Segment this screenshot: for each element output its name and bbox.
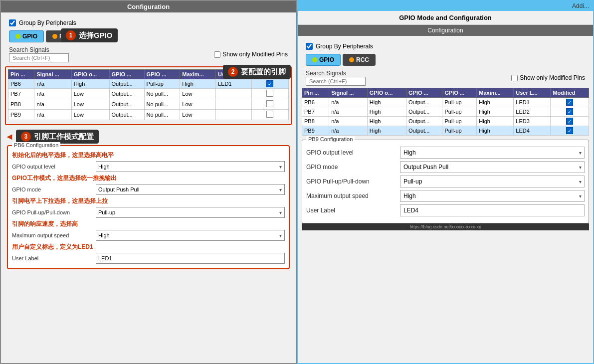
- modified-cell[interactable]: [251, 110, 288, 120]
- right-tab-gpio[interactable]: GPIO: [306, 54, 341, 66]
- table-cell: Pull-up: [442, 98, 477, 107]
- config-user-label-input[interactable]: [96, 253, 285, 264]
- right-table-body: PB6n/aHighOutput...Pull-upHighLED1✓PB7n/…: [302, 98, 589, 136]
- right-config-pull-select[interactable]: Pull-up No pull-up and no pull-down: [400, 176, 585, 187]
- table-cell: Low: [180, 89, 216, 99]
- config-level-select[interactable]: High Low: [96, 161, 285, 172]
- table-row[interactable]: PB7n/aHighOutput...Pull-upHighLED2✓: [302, 107, 589, 117]
- modified-cell[interactable]: [251, 89, 288, 99]
- modified-cell[interactable]: ✓: [551, 117, 589, 126]
- table-cell: LED3: [514, 117, 551, 126]
- config-pull-select-wrapper: Pull-up No pull-up and no pull-down: [96, 207, 285, 218]
- right-config-level-select[interactable]: High Low: [400, 147, 585, 159]
- table-cell: [216, 89, 252, 99]
- config-mode-select[interactable]: Output Push Pull: [96, 184, 285, 195]
- annotation-3: 3 引脚工作模式配置: [16, 130, 99, 144]
- annotation-1: 1 选择GPIO: [61, 28, 118, 42]
- config-speed-select[interactable]: High Low Medium: [96, 230, 285, 241]
- right-col-gpio-o: GPIO o...: [367, 88, 406, 98]
- table-cell: n/a: [329, 117, 368, 126]
- right-group-by-label: Group By Peripherals: [316, 43, 373, 50]
- annotation-speed: 引脚的响应速度，选择高: [12, 220, 285, 228]
- search-signals-label: Search Signals: [9, 46, 69, 53]
- config-row-pull: GPIO Pull-up/Pull-down Pull-up No pull-u…: [12, 207, 285, 218]
- table-cell: Output...: [109, 99, 144, 110]
- right-rcc-dot: [349, 57, 354, 62]
- group-by-checkbox[interactable]: [9, 19, 16, 26]
- modified-checkbox-unchecked: [266, 90, 273, 97]
- modified-cell[interactable]: ✓: [251, 79, 288, 89]
- config-row-user-label: User Label: [12, 253, 285, 264]
- search-input[interactable]: [9, 53, 69, 62]
- right-search-input[interactable]: [306, 77, 366, 86]
- table-cell: n/a: [34, 99, 71, 110]
- table-row[interactable]: PB7n/aLowOutput...No pull...Low: [8, 89, 289, 99]
- table-cell: Output...: [406, 107, 442, 117]
- table-row[interactable]: PB6n/aHighOutput...Pull-upHighLED1✓: [302, 98, 589, 107]
- config-row-mode: GPIO mode Output Push Pull: [12, 184, 285, 195]
- right-show-modified-row: Show only Modified Pins: [511, 74, 585, 81]
- right-pin-table: Pin ... Signal ... GPIO o... GPIO ... GP…: [302, 88, 589, 136]
- config-row-level: GPIO output level High Low: [12, 161, 285, 172]
- right-config-speed-label: Maximum output speed: [306, 192, 396, 199]
- table-row[interactable]: PB9n/aHighOutput...Pull-upHighLED4✓: [302, 126, 589, 136]
- left-panel: Configuration 1 选择GPIO 2 要配置的引脚 Group By…: [0, 0, 297, 364]
- arrow-icon-3: ◄: [5, 132, 14, 142]
- table-cell: Output...: [406, 126, 442, 136]
- right-col-signal: Signal ...: [329, 88, 368, 98]
- modified-cell[interactable]: ✓: [551, 107, 589, 117]
- modified-cell[interactable]: [251, 99, 288, 110]
- right-col-gpio1: GPIO ...: [406, 88, 442, 98]
- config-pull-select[interactable]: Pull-up No pull-up and no pull-down: [96, 207, 285, 218]
- annotation-3-wrapper: ◄ 3 引脚工作模式配置: [5, 130, 99, 144]
- right-col-modified: Modified: [551, 88, 589, 98]
- modified-cell[interactable]: ✓: [551, 98, 589, 107]
- col-pin: Pin ...: [8, 70, 34, 79]
- right-body: Group By Peripherals GPIO RCC Search Sig…: [298, 36, 593, 363]
- config-pull-label: GPIO Pull-up/Pull-down: [12, 209, 92, 215]
- table-cell: PB8: [302, 117, 329, 126]
- right-config-mode-select[interactable]: Output Push Pull: [400, 161, 585, 173]
- table-cell: Pull-up: [442, 107, 477, 117]
- config-row-speed: Maximum output speed High Low Medium: [12, 230, 285, 241]
- right-tab-rcc[interactable]: RCC: [343, 54, 376, 66]
- table-cell: n/a: [34, 79, 71, 89]
- table-cell: High: [477, 98, 514, 107]
- tab-gpio[interactable]: GPIO: [9, 30, 44, 42]
- right-col-user: User L...: [514, 88, 551, 98]
- tab-row: GPIO RCC: [5, 28, 292, 44]
- modified-checkbox-unchecked: [266, 111, 273, 118]
- table-cell: Output...: [109, 89, 144, 99]
- right-config-section-title: PB9 Configuration: [306, 136, 355, 142]
- table-cell: [216, 110, 252, 120]
- tab-gpio-label: GPIO: [22, 33, 37, 40]
- config-mode-label: GPIO mode: [12, 186, 92, 192]
- left-config-section: PB6 Configuration 初始化后的电平选择，这里选择高电平 GPIO…: [7, 145, 290, 269]
- table-row[interactable]: PB6n/aHighOutput...Pull-upHighLED1✓: [8, 79, 289, 89]
- table-row[interactable]: PB8n/aHighOutput...Pull-upHighLED3✓: [302, 117, 589, 126]
- table-cell: No pull...: [144, 110, 180, 120]
- right-config-speed-select[interactable]: High Low Medium: [400, 190, 585, 202]
- table-cell: LED1: [216, 79, 252, 89]
- annotation-label-text: 用户自定义标志，定义为LED1: [12, 243, 285, 251]
- right-col-maxim: Maxim...: [477, 88, 514, 98]
- right-group-by-checkbox[interactable]: [306, 43, 313, 50]
- config-level-label: GPIO output level: [12, 164, 92, 170]
- right-config-user-label-label: User Label: [306, 207, 396, 214]
- right-search-label: Search Signals: [306, 70, 366, 77]
- config-level-select-wrapper: High Low: [96, 161, 285, 172]
- right-config-user-label-input[interactable]: [400, 204, 585, 216]
- right-config-pull-select-wrapper: Pull-up No pull-up and no pull-down: [400, 176, 585, 187]
- right-show-modified-checkbox[interactable]: [511, 75, 518, 81]
- right-config-pull-label: GPIO Pull-up/Pull-down: [306, 178, 396, 185]
- table-cell: Low: [180, 110, 216, 120]
- table-row[interactable]: PB9n/aLowOutput...No pull...Low: [8, 110, 289, 120]
- group-by-row: Group By Peripherals: [5, 16, 292, 28]
- right-config-level-select-wrapper: High Low: [400, 147, 585, 159]
- modified-cell[interactable]: ✓: [551, 126, 589, 136]
- table-cell: Output...: [109, 110, 144, 120]
- show-modified-checkbox[interactable]: [214, 51, 220, 58]
- show-modified-label: Show only Modified Pins: [222, 51, 288, 58]
- right-config-section: PB9 Configuration GPIO output level High…: [302, 140, 589, 223]
- table-row[interactable]: PB8n/aLowOutput...No pull...Low: [8, 99, 289, 110]
